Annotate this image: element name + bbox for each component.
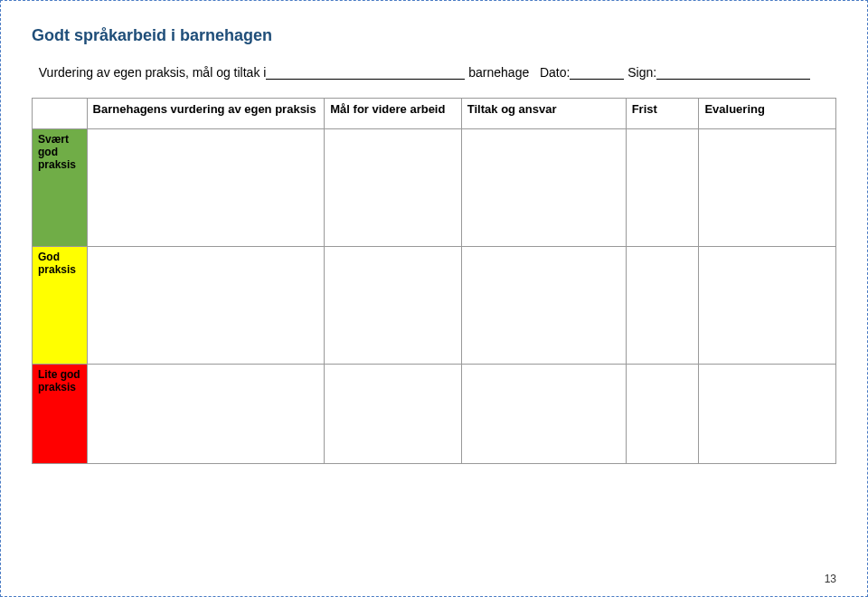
cell-vurdering[interactable] [87,129,325,247]
page-number: 13 [825,573,836,585]
cell-evaluering[interactable] [699,129,836,247]
cell-frist[interactable] [626,365,699,464]
col-header-evaluering: Evaluering [699,99,836,129]
blank-barnehage[interactable] [266,68,465,80]
document-title: Godt språkarbeid i barnehagen [32,26,836,45]
row-label-svaert-god: Svært god praksis [33,129,88,247]
cell-maal[interactable] [325,129,462,247]
cell-tiltak[interactable] [461,247,626,365]
assessment-table: Barnehagens vurdering av egen praksis Må… [32,98,836,464]
table-row: God praksis [33,247,836,365]
cell-evaluering[interactable] [699,365,836,464]
cell-vurdering[interactable] [87,365,325,464]
cell-maal[interactable] [325,365,462,464]
row-label-god: God praksis [33,247,88,365]
cell-tiltak[interactable] [461,129,626,247]
table-row: Lite god praksis [33,365,836,464]
label-barnehage-dato: barnehage Dato: [465,65,570,80]
cell-maal[interactable] [325,247,462,365]
col-header-vurdering: Barnehagens vurdering av egen praksis [87,99,325,129]
cell-vurdering[interactable] [87,247,325,365]
cell-frist[interactable] [626,129,699,247]
cell-evaluering[interactable] [699,247,836,365]
col-header-tiltak: Tiltak og ansvar [461,99,626,129]
subtitle-prefix: Vurdering av egen praksis, mål og tiltak… [39,65,267,80]
col-header-empty [33,99,88,129]
table-row: Svært god praksis [33,129,836,247]
col-header-maal: Mål for videre arbeid [325,99,462,129]
row-label-lite-god: Lite god praksis [33,365,88,464]
cell-frist[interactable] [626,247,699,365]
blank-dato[interactable] [570,68,624,80]
label-sign: Sign: [624,65,656,80]
col-header-frist: Frist [626,99,699,129]
cell-tiltak[interactable] [461,365,626,464]
blank-sign[interactable] [656,68,810,80]
table-header-row: Barnehagens vurdering av egen praksis Må… [33,99,836,129]
form-header-line: Vurdering av egen praksis, mål og tiltak… [32,51,836,80]
